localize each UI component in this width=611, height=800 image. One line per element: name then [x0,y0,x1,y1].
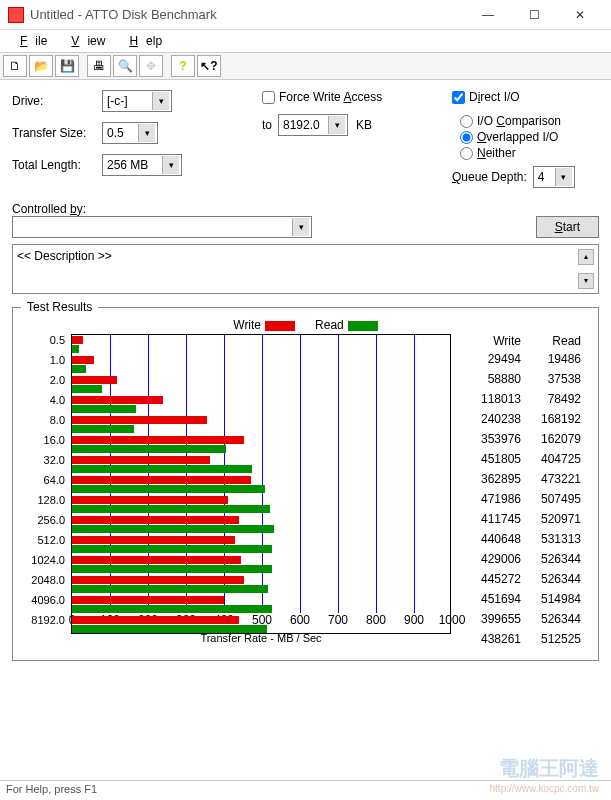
menu-bar: File View Help [0,30,611,52]
overlapped-label: Overlapped I/O [477,130,558,144]
chart-legend: Write Read [21,318,590,332]
force-write-checkbox[interactable] [262,91,275,104]
directio-label: Direct I/O [469,90,520,104]
scroll-down-icon[interactable]: ▾ [578,273,594,289]
bar-chart: 01002003004005006007008009001000 [71,334,451,634]
help-button[interactable]: ? [171,55,195,77]
watermark-text: 電腦王阿達 [499,755,599,782]
app-icon [8,7,24,23]
maximize-button[interactable]: ☐ [511,0,557,30]
open-button[interactable]: 📂 [29,55,53,77]
transfer-label: Transfer Size: [12,126,102,140]
controlled-label: Controlled by: [12,202,599,216]
transfer-from-select[interactable]: 0.5 [102,122,158,144]
drive-select[interactable]: [-c-] [102,90,172,112]
neither-radio[interactable] [460,147,473,160]
print-button[interactable]: 🖶 [87,55,111,77]
qdepth-select[interactable]: 4 [533,166,575,188]
totallen-select[interactable]: 256 MB [102,154,182,176]
close-button[interactable]: ✕ [557,0,603,30]
read-header: Read [521,334,581,348]
directio-checkbox[interactable] [452,91,465,104]
new-button[interactable]: 🗋 [3,55,27,77]
to-label: to [262,118,272,132]
description-box: ▴ ▾ [12,244,599,294]
results-group: Test Results Write Read 0.51.02.04.08.01… [12,300,599,661]
minimize-button[interactable]: — [465,0,511,30]
write-swatch [265,321,295,331]
read-swatch [348,321,378,331]
drive-label: Drive: [12,94,102,108]
neither-label: Neither [477,146,516,160]
results-table: Write Read 29494194865888037538118013784… [451,334,590,652]
preview-button[interactable]: 🔍 [113,55,137,77]
toolbar: 🗋 📂 💾 🖶 🔍 ✥ ? ↖? [0,52,611,80]
description-textarea[interactable] [17,249,578,289]
status-bar: For Help, press F1 [0,780,611,800]
menu-view[interactable]: View [55,32,113,50]
whatsthis-button[interactable]: ↖? [197,55,221,77]
save-button[interactable]: 💾 [55,55,79,77]
y-axis-labels: 0.51.02.04.08.016.032.064.0128.0256.0512… [21,334,71,652]
results-legend: Test Results [21,300,98,314]
start-button[interactable]: Start [536,216,599,238]
scroll-up-icon[interactable]: ▴ [578,249,594,265]
force-write-label: Force Write Access [279,90,382,104]
controlled-select[interactable] [12,216,312,238]
write-header: Write [461,334,521,348]
title-bar: Untitled - ATTO Disk Benchmark — ☐ ✕ [0,0,611,30]
kb-label: KB [356,118,372,132]
menu-file[interactable]: File [4,32,55,50]
iocomp-label: I/O Comparison [477,114,561,128]
window-title: Untitled - ATTO Disk Benchmark [30,7,465,22]
iocomp-radio[interactable] [460,115,473,128]
move-button[interactable]: ✥ [139,55,163,77]
transfer-to-select[interactable]: 8192.0 [278,114,348,136]
qdepth-label: Queue Depth: [452,170,527,184]
totallen-label: Total Length: [12,158,102,172]
overlapped-radio[interactable] [460,131,473,144]
menu-help[interactable]: Help [113,32,170,50]
